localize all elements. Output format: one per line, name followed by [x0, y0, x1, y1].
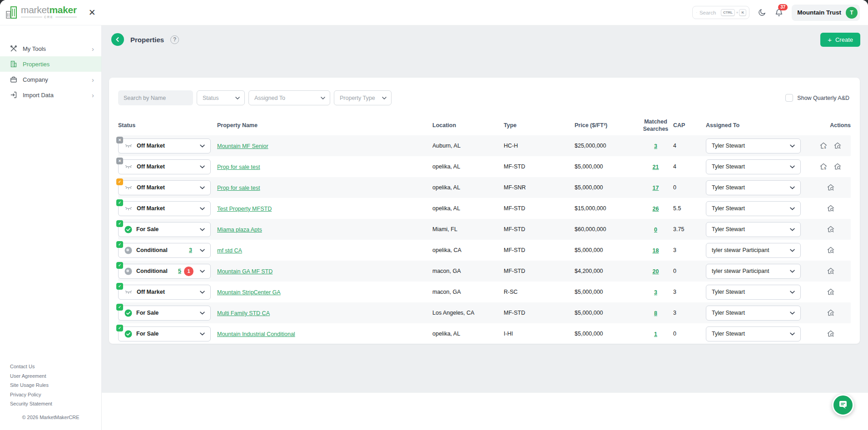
- check-circle-icon: [124, 226, 132, 233]
- home-search-icon[interactable]: [833, 163, 842, 171]
- chat-button[interactable]: [832, 394, 854, 416]
- matched-searches-link[interactable]: 26: [653, 206, 659, 212]
- property-name-link[interactable]: Multi Family STD CA: [217, 310, 270, 316]
- back-button[interactable]: [111, 33, 124, 46]
- assigned-to-dropdown[interactable]: Tyler Stewart: [706, 222, 801, 237]
- location-cell: macon, GA: [432, 268, 504, 274]
- home-dollar-icon[interactable]: $: [819, 163, 828, 171]
- home-search-icon[interactable]: [827, 183, 835, 192]
- status-dropdown[interactable]: ✓ Conditional 5 1: [118, 264, 211, 279]
- link-user-agreement[interactable]: User Agreement: [10, 373, 52, 379]
- matched-searches-link[interactable]: 8: [654, 310, 657, 316]
- page-title: Properties: [130, 36, 164, 44]
- actions-cell: [810, 183, 851, 192]
- link-privacy-policy[interactable]: Privacy Policy: [10, 392, 52, 397]
- assigned-to-dropdown[interactable]: Tyler Stewart: [706, 159, 801, 174]
- home-dollar-icon[interactable]: $: [819, 142, 828, 150]
- row-state-badge: ✓: [116, 304, 123, 311]
- property-name-link[interactable]: Prop for sale test: [217, 185, 260, 191]
- link-security-statement[interactable]: Security Statement: [10, 401, 52, 406]
- assigned-to-dropdown[interactable]: Tyler Stewart: [706, 138, 801, 153]
- matched-searches-link[interactable]: 17: [653, 185, 659, 191]
- home-search-icon[interactable]: [827, 309, 835, 317]
- actions-cell: [810, 204, 851, 213]
- assigned-to-dropdown[interactable]: tyler stewar Participant: [706, 264, 801, 279]
- status-dropdown[interactable]: ✓ Off Market: [118, 285, 211, 300]
- home-search-icon[interactable]: [827, 267, 835, 275]
- col-location: Location: [432, 122, 504, 129]
- property-name-link[interactable]: Mountain Industrial Conditional: [217, 331, 295, 337]
- search-by-name-input[interactable]: [118, 90, 193, 105]
- assigned-to-filter-select[interactable]: Assigned To: [248, 90, 330, 105]
- assigned-to-dropdown[interactable]: Tyler Stewart: [706, 326, 801, 341]
- property-name-link[interactable]: Mountain StripCenter GA: [217, 289, 281, 296]
- home-search-icon[interactable]: [827, 225, 835, 233]
- help-icon[interactable]: ?: [170, 35, 179, 44]
- assigned-to-label: Tyler Stewart: [712, 310, 786, 316]
- assigned-to-dropdown[interactable]: Tyler Stewart: [706, 201, 801, 216]
- assigned-to-dropdown[interactable]: tyler stewar Participant: [706, 243, 801, 258]
- global-search-input[interactable]: [699, 10, 719, 15]
- sidebar-item-import-data[interactable]: Import Data ›: [0, 87, 101, 103]
- actions-cell: [810, 309, 851, 317]
- status-dropdown[interactable]: ✓ Conditional 3: [118, 243, 211, 258]
- link-site-usage-rules[interactable]: Site Usage Rules: [10, 382, 52, 388]
- status-dropdown[interactable]: ✕ Off Market: [118, 138, 211, 153]
- conditional-count-link[interactable]: 3: [189, 247, 192, 253]
- status-filter-select[interactable]: Status: [197, 90, 245, 105]
- sidebar-item-company[interactable]: Company ›: [0, 72, 101, 87]
- matched-searches-link[interactable]: 20: [653, 268, 659, 275]
- show-quarterly-label[interactable]: Show Quarterly A&D: [797, 95, 849, 101]
- cap-cell: 4: [673, 143, 706, 149]
- notifications-button[interactable]: 37: [774, 8, 784, 17]
- matched-searches-link[interactable]: 0: [654, 227, 657, 233]
- col-property-name: Property Name: [217, 122, 432, 129]
- property-name-link[interactable]: Miama plaza Apts: [217, 227, 262, 233]
- home-search-icon[interactable]: [827, 330, 835, 338]
- status-dropdown[interactable]: ✓ For Sale: [118, 306, 211, 321]
- status-label: Off Market: [137, 143, 165, 149]
- matched-searches-link[interactable]: 1: [654, 331, 657, 337]
- building-icon: [10, 60, 17, 68]
- link-contact-us[interactable]: Contact Us: [10, 364, 52, 369]
- matched-searches-link[interactable]: 18: [653, 247, 659, 254]
- property-name-link[interactable]: Prop for sale test: [217, 164, 260, 170]
- home-search-icon[interactable]: [827, 246, 835, 254]
- chevron-down-icon: [235, 97, 240, 99]
- close-icon[interactable]: ✕: [89, 8, 96, 17]
- home-search-icon[interactable]: [827, 204, 835, 213]
- status-cell: ✓ For Sale: [118, 306, 217, 321]
- account-menu[interactable]: Mountain Trust T: [792, 5, 860, 21]
- assigned-to-dropdown[interactable]: Tyler Stewart: [706, 306, 801, 321]
- property-type-filter-select[interactable]: Property Type: [334, 90, 392, 105]
- home-search-icon[interactable]: [827, 288, 835, 296]
- marketmaker-logo[interactable]: marketmaker CRE: [5, 5, 77, 20]
- create-button[interactable]: + Create: [820, 33, 860, 47]
- assigned-to-label: tyler stewar Participant: [712, 247, 786, 253]
- status-dropdown[interactable]: ✓ For Sale: [118, 326, 211, 341]
- status-dropdown[interactable]: ✕ Off Market: [118, 159, 211, 174]
- eye-off-icon: [124, 289, 133, 295]
- status-dropdown[interactable]: ✓ Off Market: [118, 180, 211, 195]
- sidebar-item-properties[interactable]: Properties: [0, 56, 101, 72]
- home-search-icon[interactable]: [833, 142, 842, 150]
- property-name-link[interactable]: mf std CA: [217, 247, 242, 254]
- dark-mode-toggle[interactable]: [758, 8, 766, 17]
- conditional-count-link[interactable]: 5: [178, 268, 181, 274]
- matched-searches-link[interactable]: 3: [654, 143, 657, 149]
- assigned-to-filter-label: Assigned To: [254, 95, 317, 101]
- assigned-to-dropdown[interactable]: Tyler Stewart: [706, 180, 801, 195]
- status-dropdown[interactable]: ✓ Off Market: [118, 201, 211, 216]
- property-name-link[interactable]: Test Property MFSTD: [217, 206, 272, 212]
- show-quarterly-checkbox[interactable]: [785, 94, 793, 102]
- matched-searches-link[interactable]: 3: [654, 289, 657, 296]
- assigned-to-dropdown[interactable]: Tyler Stewart: [706, 285, 801, 300]
- type-cell: MF-STD: [504, 205, 575, 212]
- property-name-link[interactable]: Mountain GA MF STD: [217, 268, 273, 275]
- property-name-link[interactable]: Mountain MF Senior: [217, 143, 268, 149]
- matched-searches-link[interactable]: 21: [653, 164, 659, 170]
- status-dropdown[interactable]: ✓ For Sale: [118, 222, 211, 237]
- sidebar-item-my-tools[interactable]: My Tools ›: [0, 41, 101, 56]
- col-actions: Actions: [810, 122, 851, 129]
- global-search[interactable]: CTRL + K: [692, 6, 749, 19]
